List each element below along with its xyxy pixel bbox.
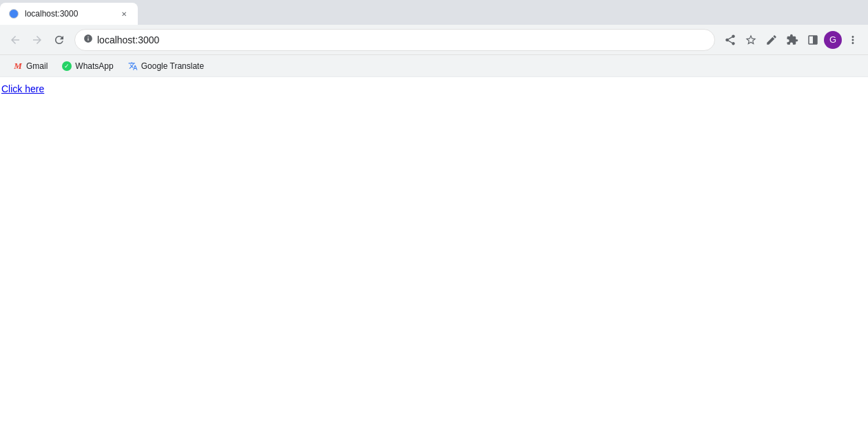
extensions-button[interactable]: [783, 30, 802, 50]
reload-button[interactable]: [50, 30, 69, 50]
bookmark-gmail[interactable]: M Gmail: [7, 58, 53, 74]
split-screen-button[interactable]: [803, 30, 823, 50]
click-here-link[interactable]: Click here: [0, 83, 45, 94]
toolbar-right-icons: G: [721, 30, 862, 50]
bookmark-whatsapp-label: WhatsApp: [75, 61, 113, 71]
translate-favicon: [127, 61, 138, 72]
bookmarks-bar: M Gmail ✓ WhatsApp Google Translate: [0, 55, 868, 77]
forward-button[interactable]: [28, 30, 47, 50]
active-tab[interactable]: localhost:3000 ✕: [0, 3, 138, 25]
gmail-favicon: M: [12, 61, 23, 72]
toolbar: localhost:3000: [0, 25, 868, 55]
address-bar[interactable]: localhost:3000: [74, 29, 715, 51]
menu-button[interactable]: [843, 30, 862, 50]
whatsapp-icon: ✓: [62, 61, 72, 71]
bookmark-translate[interactable]: Google Translate: [122, 58, 209, 74]
star-button[interactable]: [741, 30, 761, 50]
address-text: localhost:3000: [97, 34, 706, 45]
browser-window: localhost:3000 ✕: [0, 0, 868, 438]
tab-favicon: [8, 8, 19, 19]
pen-extension-button[interactable]: [762, 30, 781, 50]
bookmark-whatsapp[interactable]: ✓ WhatsApp: [56, 58, 118, 74]
back-button[interactable]: [6, 30, 25, 50]
tab-title: localhost:3000: [25, 9, 113, 19]
whatsapp-favicon: ✓: [61, 61, 72, 72]
webpage-content: Click here: [0, 77, 868, 438]
bookmark-translate-label: Google Translate: [141, 61, 204, 71]
tab-close-button[interactable]: ✕: [118, 8, 130, 19]
bookmark-gmail-label: Gmail: [26, 61, 48, 71]
address-info-icon: [83, 34, 93, 45]
profile-avatar[interactable]: G: [824, 31, 842, 49]
tab-bar: localhost:3000 ✕: [0, 0, 868, 25]
share-button[interactable]: [721, 30, 740, 50]
